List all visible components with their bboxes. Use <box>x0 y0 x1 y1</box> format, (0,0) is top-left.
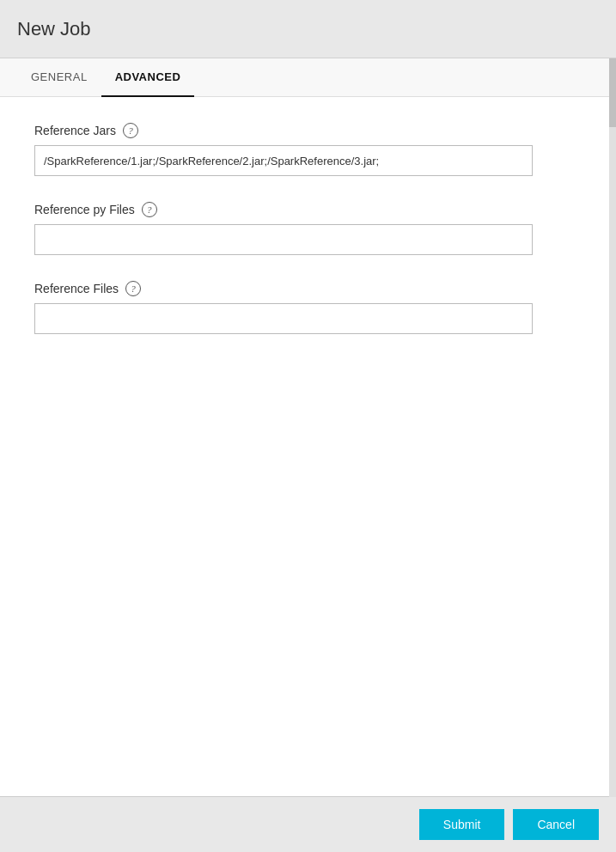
reference-py-files-input[interactable] <box>34 224 533 255</box>
cancel-button[interactable]: Cancel <box>513 809 599 840</box>
reference-files-input[interactable] <box>34 303 533 334</box>
field-group-reference-py-files: Reference py Files ? <box>34 202 582 255</box>
reference-jars-input[interactable] <box>34 145 533 176</box>
tab-general[interactable]: GENERAL <box>17 58 101 97</box>
submit-button[interactable]: Submit <box>419 809 505 840</box>
reference-jars-label: Reference Jars ? <box>34 123 582 138</box>
footer: Submit Cancel <box>0 796 616 852</box>
new-job-dialog: New Job GENERAL ADVANCED Reference Jars … <box>0 0 616 852</box>
scrollbar-track <box>609 58 616 797</box>
reference-files-help-icon[interactable]: ? <box>125 281 141 296</box>
reference-files-label: Reference Files ? <box>34 281 582 296</box>
field-group-reference-files: Reference Files ? <box>34 281 582 334</box>
title-bar: New Job <box>0 0 616 58</box>
reference-py-files-help-icon[interactable]: ? <box>142 202 157 217</box>
reference-py-files-label: Reference py Files ? <box>34 202 582 217</box>
dialog-title: New Job <box>17 18 91 40</box>
content-area: Reference Jars ? Reference py Files ? Re… <box>0 97 616 796</box>
reference-jars-help-icon[interactable]: ? <box>123 123 138 138</box>
field-group-reference-jars: Reference Jars ? <box>34 123 582 176</box>
scrollbar-thumb[interactable] <box>609 58 616 127</box>
tab-advanced[interactable]: ADVANCED <box>101 58 195 97</box>
tabs-bar: GENERAL ADVANCED <box>0 58 616 97</box>
